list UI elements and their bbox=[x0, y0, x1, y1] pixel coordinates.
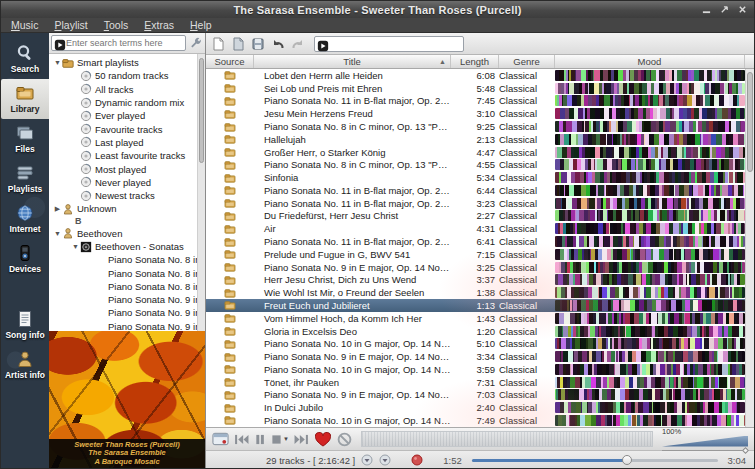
search-input[interactable] bbox=[66, 38, 183, 48]
menu-extras[interactable]: Extras bbox=[144, 19, 174, 31]
tree-scrollbar[interactable] bbox=[197, 54, 205, 331]
expander-open-icon[interactable]: ▼ bbox=[53, 230, 62, 237]
tree-item-never-played[interactable]: Never played bbox=[49, 176, 205, 189]
expander-closed-icon[interactable]: ▶ bbox=[53, 205, 62, 213]
tree-item-unknown[interactable]: ▶Unknown bbox=[49, 202, 205, 215]
save-playlist-icon[interactable] bbox=[250, 36, 266, 52]
tree-item-piano-sonata-no-8-in[interactable]: Piano Sonata No. 8 in ... bbox=[49, 253, 205, 266]
column-header-source[interactable]: Source bbox=[206, 55, 254, 68]
table-row[interactable]: Piano Sonata No. 10 in G major, Op. 14 N… bbox=[206, 414, 745, 427]
stop-menu-arrow-icon[interactable]: ▼ bbox=[283, 436, 289, 442]
new-playlist-icon[interactable] bbox=[210, 36, 226, 52]
repeat-icon[interactable] bbox=[361, 454, 373, 466]
table-row[interactable]: Tönet, ihr Pauken7:31Classical bbox=[206, 376, 745, 389]
volume-control[interactable]: 100% bbox=[662, 428, 748, 451]
table-row[interactable]: Großer Herr, o Starker König4:47Classica… bbox=[206, 146, 745, 159]
seek-handle[interactable] bbox=[622, 455, 632, 465]
tree-item-piano-sonata-no-9-in[interactable]: Piano Sonata No. 9 in ... bbox=[49, 306, 205, 319]
expander-open-icon[interactable]: ▼ bbox=[53, 59, 62, 66]
menu-playlist[interactable]: Playlist bbox=[54, 19, 87, 31]
playlist-filter-input[interactable] bbox=[329, 39, 461, 49]
pause-icon[interactable] bbox=[254, 434, 266, 445]
tree-item-all-tracks[interactable]: All tracks bbox=[49, 83, 205, 96]
column-header-title[interactable]: Title▲ bbox=[254, 55, 451, 68]
column-header-mood[interactable]: Mood bbox=[555, 55, 745, 68]
tree-item-favourite-tracks[interactable]: Favourite tracks bbox=[49, 122, 205, 135]
table-row[interactable]: Prelude und Fugue in G, BWV 5417:15Class… bbox=[206, 248, 745, 261]
sidebar-item-internet[interactable]: Internet bbox=[1, 199, 49, 239]
table-row[interactable]: Sei Lob und Preis mit Ehren5:48Classical bbox=[206, 82, 745, 95]
titlebar[interactable]: The Sarasa Ensemble - Sweeter Than Roses… bbox=[1, 1, 754, 18]
column-header-genre[interactable]: Genre bbox=[499, 55, 555, 68]
tree-item-piano-sonata-no-8-in[interactable]: Piano Sonata No. 8 in ... bbox=[49, 280, 205, 293]
sidebar-item-artist-info[interactable]: Artist info bbox=[1, 345, 49, 385]
table-row[interactable]: Jesu Mein Herzens Freud3:10Classical bbox=[206, 107, 745, 120]
maximize-icon[interactable] bbox=[718, 3, 730, 15]
tree-item-smart-playlists[interactable]: ▼Smart playlists bbox=[49, 56, 205, 69]
expander-open-icon[interactable]: ▼ bbox=[71, 243, 80, 250]
next-track-icon[interactable] bbox=[294, 434, 309, 445]
tree-item-b[interactable]: B bbox=[49, 216, 205, 227]
table-row[interactable]: Sinfonia5:34Classical bbox=[206, 171, 745, 184]
volume-slider[interactable] bbox=[662, 448, 748, 451]
table-row[interactable]: Wie Wohl Ist Mir, o Freund der Seelen1:3… bbox=[206, 286, 745, 299]
table-row[interactable]: Piano Sonata No. 8 in C minor, Op. 13 "P… bbox=[206, 120, 745, 133]
volume-wedge[interactable] bbox=[662, 436, 748, 447]
tree-item-least-favourite-tracks[interactable]: Least favourite tracks bbox=[49, 149, 205, 162]
table-row[interactable]: Piano Sonata No. 8 in C minor, Op. 13 "P… bbox=[206, 158, 745, 171]
menu-music[interactable]: Music bbox=[11, 19, 38, 31]
tree-item-newest-tracks[interactable]: Newest tracks bbox=[49, 189, 205, 202]
table-row[interactable]: Piano Sonata No. 11 in B-flat major, Op.… bbox=[206, 197, 745, 210]
tree-item-last-played[interactable]: Last played bbox=[49, 136, 205, 149]
table-row[interactable]: Hallelujah2:13Classical bbox=[206, 133, 745, 146]
table-row[interactable]: Piano Sonata No. 11 in B-flat major, Op.… bbox=[206, 235, 745, 248]
table-row-selected[interactable]: Freut Euch und Jubilieret1:13Classical bbox=[206, 299, 745, 312]
table-row[interactable]: Lobet den Herrn alle Heiden6:08Classical bbox=[206, 69, 745, 82]
previous-track-icon[interactable] bbox=[234, 434, 249, 445]
tree-item-most-played[interactable]: Most played bbox=[49, 162, 205, 175]
love-track-icon[interactable] bbox=[314, 432, 332, 447]
open-playlist-icon[interactable] bbox=[230, 36, 246, 52]
sidebar-item-library[interactable]: Library bbox=[1, 79, 49, 119]
seek-slider[interactable] bbox=[472, 459, 718, 462]
sidebar-item-search[interactable]: Search bbox=[1, 39, 49, 79]
table-row[interactable]: Piano Sonata No. 10 in G major, Op. 14 N… bbox=[206, 337, 745, 350]
stop-icon[interactable] bbox=[271, 434, 282, 445]
close-icon[interactable] bbox=[736, 3, 748, 15]
table-row[interactable]: In Dulci Jubilo2:40Classical bbox=[206, 401, 745, 414]
playlist-filter-field[interactable] bbox=[314, 36, 464, 52]
menu-tools[interactable]: Tools bbox=[104, 19, 129, 31]
table-row[interactable]: Piano Sonata No. 11 in B-flat major, Op.… bbox=[206, 184, 745, 197]
tree-item-beethoven[interactable]: ▼Beethoven bbox=[49, 227, 205, 240]
mood-indicator-icon[interactable] bbox=[411, 454, 423, 466]
tree-item-piano-sonata-no-9-in[interactable]: Piano Sonata No. 9 in ... bbox=[49, 293, 205, 306]
table-row[interactable]: Piano Sonata No. 10 in G major, Op. 14 N… bbox=[206, 363, 745, 376]
column-header-length[interactable]: Length bbox=[451, 55, 499, 68]
table-row[interactable]: Gloria in Excelsis Deo1:20Classical bbox=[206, 325, 745, 338]
table-row[interactable]: Piano Sonata No. 9 in E major, Op. 14 No… bbox=[206, 350, 745, 363]
menu-help[interactable]: Help bbox=[190, 19, 212, 31]
tree-item-piano-sonata-no-9-in[interactable]: Piano Sonata No. 9 in ... bbox=[49, 320, 205, 331]
album-art[interactable]: Sweeter Than Roses (Purcell) The Sarasa … bbox=[49, 331, 205, 469]
undo-icon[interactable] bbox=[270, 36, 286, 52]
table-row[interactable]: Air4:31Classical bbox=[206, 222, 745, 235]
toggle-window-icon[interactable] bbox=[212, 432, 229, 446]
sidebar-item-playlists[interactable]: Playlists bbox=[1, 159, 49, 199]
ban-track-icon[interactable] bbox=[337, 432, 352, 447]
wrench-icon[interactable] bbox=[188, 36, 203, 51]
sidebar-item-song-info[interactable]: Song info bbox=[1, 305, 49, 345]
table-row[interactable]: Piano Sonata No. 11 in B-flat major, Op.… bbox=[206, 95, 745, 108]
minimize-icon[interactable] bbox=[700, 3, 712, 15]
table-row[interactable]: Vom Himmel Hoch, da Komm Ich Her1:43Clas… bbox=[206, 312, 745, 325]
tree-item-beethoven-sonatas[interactable]: ▼Beethoven - Sonatas bbox=[49, 240, 205, 253]
playlist-scrollbar[interactable] bbox=[745, 69, 754, 427]
search-field[interactable] bbox=[51, 35, 186, 51]
tree-item-piano-sonata-no-8-in[interactable]: Piano Sonata No. 8 in ... bbox=[49, 266, 205, 279]
table-row[interactable]: Du Friedefürst, Herr Jesu Christ2:27Clas… bbox=[206, 210, 745, 223]
table-row[interactable]: Piano Sonata No. 9 in E major, Op. 14 No… bbox=[206, 261, 745, 274]
sidebar-item-files[interactable]: Files bbox=[1, 119, 49, 159]
redo-icon[interactable] bbox=[290, 36, 306, 52]
tree-item-ever-played[interactable]: Ever played bbox=[49, 109, 205, 122]
table-row[interactable]: Piano Sonata No. 9 in E major, Op. 14 No… bbox=[206, 389, 745, 402]
table-row[interactable]: Herr Jesu Christ, Dich zu Uns Wend3:37Cl… bbox=[206, 274, 745, 287]
